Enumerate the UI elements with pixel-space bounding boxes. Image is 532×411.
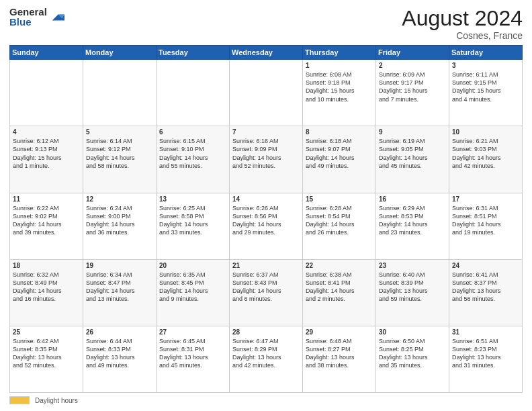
day-info: Sunrise: 6:12 AM Sunset: 9:13 PM Dayligh… — [13, 137, 80, 170]
calendar-day-header: Monday — [83, 46, 157, 60]
day-number: 6 — [159, 128, 226, 136]
calendar-cell: 22Sunrise: 6:38 AM Sunset: 8:41 PM Dayli… — [303, 259, 376, 326]
day-number: 28 — [232, 328, 300, 336]
calendar-cell — [230, 60, 303, 126]
calendar-cell: 13Sunrise: 6:25 AM Sunset: 8:58 PM Dayli… — [157, 193, 230, 259]
calendar-week-row: 18Sunrise: 6:32 AM Sunset: 8:49 PM Dayli… — [10, 259, 523, 326]
day-info: Sunrise: 6:38 AM Sunset: 8:41 PM Dayligh… — [306, 271, 373, 304]
day-number: 22 — [306, 262, 373, 269]
calendar-day-header: Sunday — [10, 46, 83, 60]
calendar-day-header: Thursday — [303, 46, 376, 60]
logo-icon — [50, 9, 64, 24]
calendar-day-header: Saturday — [449, 46, 523, 60]
day-number: 5 — [86, 128, 153, 136]
day-number: 30 — [379, 328, 446, 336]
day-info: Sunrise: 6:51 AM Sunset: 8:23 PM Dayligh… — [452, 337, 519, 370]
day-number: 1 — [306, 62, 373, 69]
calendar-cell: 20Sunrise: 6:35 AM Sunset: 8:45 PM Dayli… — [157, 259, 230, 326]
day-info: Sunrise: 6:19 AM Sunset: 9:05 PM Dayligh… — [379, 137, 446, 170]
day-number: 11 — [13, 195, 80, 203]
calendar-cell: 10Sunrise: 6:21 AM Sunset: 9:03 PM Dayli… — [449, 126, 523, 193]
day-number: 16 — [379, 195, 446, 203]
day-info: Sunrise: 6:44 AM Sunset: 8:33 PM Dayligh… — [86, 337, 153, 370]
title-block: August 2024 Cosnes, France — [402, 7, 523, 41]
calendar-week-row: 4Sunrise: 6:12 AM Sunset: 9:13 PM Daylig… — [10, 126, 523, 193]
calendar-cell: 19Sunrise: 6:34 AM Sunset: 8:47 PM Dayli… — [83, 259, 157, 326]
day-number: 10 — [452, 128, 519, 136]
calendar-header-row: SundayMondayTuesdayWednesdayThursdayFrid… — [10, 46, 523, 60]
day-info: Sunrise: 6:35 AM Sunset: 8:45 PM Dayligh… — [159, 271, 226, 304]
day-info: Sunrise: 6:08 AM Sunset: 9:18 PM Dayligh… — [306, 71, 373, 103]
calendar-day-header: Tuesday — [157, 46, 230, 60]
calendar-cell — [10, 60, 83, 126]
calendar-cell: 29Sunrise: 6:48 AM Sunset: 8:27 PM Dayli… — [303, 326, 376, 392]
calendar-cell: 9Sunrise: 6:19 AM Sunset: 9:05 PM Daylig… — [376, 126, 449, 193]
day-number: 9 — [379, 128, 446, 136]
day-info: Sunrise: 6:09 AM Sunset: 9:17 PM Dayligh… — [379, 71, 446, 103]
day-number: 25 — [13, 328, 80, 336]
logo-text: General Blue — [9, 7, 47, 27]
calendar-cell: 17Sunrise: 6:31 AM Sunset: 8:51 PM Dayli… — [449, 193, 523, 259]
calendar-cell: 6Sunrise: 6:15 AM Sunset: 9:10 PM Daylig… — [157, 126, 230, 193]
day-number: 19 — [86, 262, 153, 269]
logo-general: General — [9, 7, 47, 17]
calendar-cell: 18Sunrise: 6:32 AM Sunset: 8:49 PM Dayli… — [10, 259, 83, 326]
calendar-table: SundayMondayTuesdayWednesdayThursdayFrid… — [9, 45, 523, 393]
calendar-cell: 25Sunrise: 6:42 AM Sunset: 8:35 PM Dayli… — [10, 326, 83, 392]
day-info: Sunrise: 6:15 AM Sunset: 9:10 PM Dayligh… — [159, 137, 226, 170]
day-info: Sunrise: 6:42 AM Sunset: 8:35 PM Dayligh… — [13, 337, 80, 370]
calendar-week-row: 11Sunrise: 6:22 AM Sunset: 9:02 PM Dayli… — [10, 193, 523, 259]
calendar-week-row: 1Sunrise: 6:08 AM Sunset: 9:18 PM Daylig… — [10, 60, 523, 126]
day-info: Sunrise: 6:28 AM Sunset: 8:54 PM Dayligh… — [306, 204, 373, 237]
calendar-cell: 2Sunrise: 6:09 AM Sunset: 9:17 PM Daylig… — [376, 60, 449, 126]
day-number: 8 — [306, 128, 373, 136]
calendar-cell: 4Sunrise: 6:12 AM Sunset: 9:13 PM Daylig… — [10, 126, 83, 193]
calendar-cell: 27Sunrise: 6:45 AM Sunset: 8:31 PM Dayli… — [157, 326, 230, 392]
day-number: 13 — [159, 195, 226, 203]
day-info: Sunrise: 6:26 AM Sunset: 8:56 PM Dayligh… — [232, 204, 300, 237]
calendar-cell: 30Sunrise: 6:50 AM Sunset: 8:25 PM Dayli… — [376, 326, 449, 392]
day-number: 4 — [13, 128, 80, 136]
day-info: Sunrise: 6:16 AM Sunset: 9:09 PM Dayligh… — [232, 137, 300, 170]
day-number: 3 — [452, 62, 519, 69]
logo: General Blue — [9, 7, 64, 27]
calendar-cell: 15Sunrise: 6:28 AM Sunset: 8:54 PM Dayli… — [303, 193, 376, 259]
day-info: Sunrise: 6:50 AM Sunset: 8:25 PM Dayligh… — [379, 337, 446, 370]
day-info: Sunrise: 6:41 AM Sunset: 8:37 PM Dayligh… — [452, 271, 519, 304]
day-number: 27 — [159, 328, 226, 336]
day-info: Sunrise: 6:45 AM Sunset: 8:31 PM Dayligh… — [159, 337, 226, 370]
calendar-cell: 1Sunrise: 6:08 AM Sunset: 9:18 PM Daylig… — [303, 60, 376, 126]
day-info: Sunrise: 6:34 AM Sunset: 8:47 PM Dayligh… — [86, 271, 153, 304]
calendar-cell: 26Sunrise: 6:44 AM Sunset: 8:33 PM Dayli… — [83, 326, 157, 392]
calendar-cell: 31Sunrise: 6:51 AM Sunset: 8:23 PM Dayli… — [449, 326, 523, 392]
footer: Daylight hours — [9, 396, 523, 404]
day-info: Sunrise: 6:22 AM Sunset: 9:02 PM Dayligh… — [13, 204, 80, 237]
day-number: 23 — [379, 262, 446, 269]
calendar-day-header: Wednesday — [230, 46, 303, 60]
calendar-cell — [83, 60, 157, 126]
daylight-swatch — [9, 396, 30, 404]
logo-blue: Blue — [9, 17, 47, 27]
day-number: 24 — [452, 262, 519, 269]
location: Cosnes, France — [402, 30, 523, 41]
calendar-cell: 12Sunrise: 6:24 AM Sunset: 9:00 PM Dayli… — [83, 193, 157, 259]
day-number: 31 — [452, 328, 519, 336]
day-number: 21 — [232, 262, 300, 269]
calendar-cell: 8Sunrise: 6:18 AM Sunset: 9:07 PM Daylig… — [303, 126, 376, 193]
header: General Blue August 2024 Cosnes, France — [9, 7, 523, 41]
calendar-cell: 21Sunrise: 6:37 AM Sunset: 8:43 PM Dayli… — [230, 259, 303, 326]
day-number: 26 — [86, 328, 153, 336]
day-info: Sunrise: 6:11 AM Sunset: 9:15 PM Dayligh… — [452, 71, 519, 103]
day-number: 15 — [306, 195, 373, 203]
calendar-cell: 14Sunrise: 6:26 AM Sunset: 8:56 PM Dayli… — [230, 193, 303, 259]
day-info: Sunrise: 6:29 AM Sunset: 8:53 PM Dayligh… — [379, 204, 446, 237]
day-info: Sunrise: 6:40 AM Sunset: 8:39 PM Dayligh… — [379, 271, 446, 304]
month-year: August 2024 — [402, 7, 523, 30]
day-number: 14 — [232, 195, 300, 203]
day-number: 18 — [13, 262, 80, 269]
page: General Blue August 2024 Cosnes, France … — [0, 0, 532, 411]
day-info: Sunrise: 6:18 AM Sunset: 9:07 PM Dayligh… — [306, 137, 373, 170]
calendar-cell — [157, 60, 230, 126]
calendar-cell: 11Sunrise: 6:22 AM Sunset: 9:02 PM Dayli… — [10, 193, 83, 259]
day-info: Sunrise: 6:24 AM Sunset: 9:00 PM Dayligh… — [86, 204, 153, 237]
